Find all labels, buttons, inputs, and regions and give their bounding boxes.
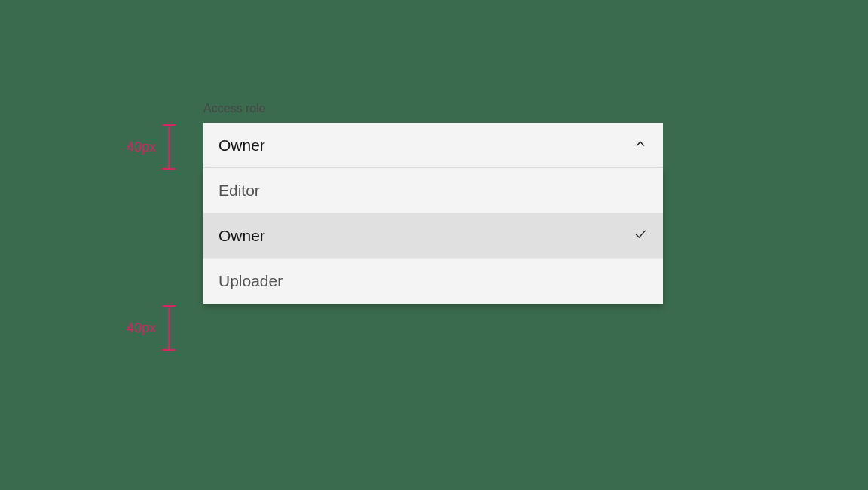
dropdown-option-owner[interactable]: Owner	[203, 213, 663, 259]
measurement-header-height: 40px	[127, 124, 176, 170]
dropdown-option-label: Uploader	[219, 272, 283, 290]
measurement-label: 40px	[127, 139, 156, 155]
dropdown-container: Access role Owner Editor Owner Uploader	[203, 102, 663, 304]
dropdown-option-editor[interactable]: Editor	[203, 168, 663, 213]
measurement-bracket	[162, 305, 176, 351]
measurement-bracket	[162, 124, 176, 170]
chevron-up-icon	[633, 136, 648, 155]
dropdown-menu: Editor Owner Uploader	[203, 168, 663, 304]
check-icon	[633, 226, 648, 245]
dropdown: Owner Editor Owner Uploader	[203, 123, 663, 304]
measurement-option-height: 40px	[127, 305, 176, 351]
dropdown-option-label: Editor	[219, 182, 260, 200]
measurement-label: 40px	[127, 320, 156, 336]
dropdown-header[interactable]: Owner	[203, 123, 663, 168]
field-label: Access role	[203, 102, 663, 115]
dropdown-option-label: Owner	[219, 227, 265, 245]
dropdown-option-uploader[interactable]: Uploader	[203, 259, 663, 304]
dropdown-selected-value: Owner	[219, 136, 265, 155]
